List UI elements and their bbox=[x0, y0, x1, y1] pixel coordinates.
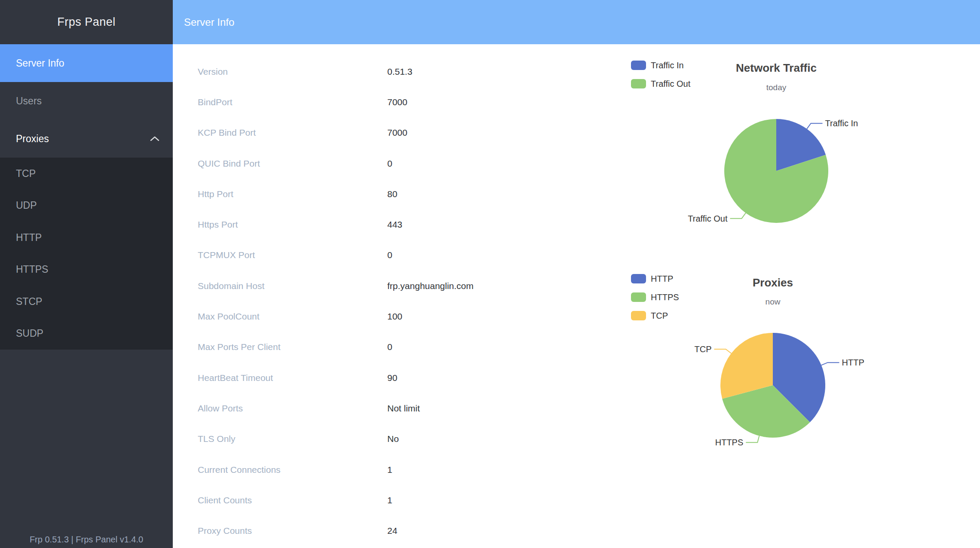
info-value: No bbox=[387, 434, 399, 444]
legend-swatch-https bbox=[631, 292, 646, 302]
info-value: 1 bbox=[387, 465, 392, 475]
submenu-item-label: UDP bbox=[16, 200, 37, 211]
pie-label-traffic-in: Traffic In bbox=[825, 119, 858, 128]
pie-label-line-https bbox=[746, 436, 759, 443]
submenu-item-label: SUDP bbox=[16, 328, 43, 339]
legend-swatch-traffic-out bbox=[631, 79, 646, 88]
submenu-item-https[interactable]: HTTPS bbox=[0, 254, 173, 286]
info-value: 0 bbox=[387, 342, 392, 352]
submenu-item-udp[interactable]: UDP bbox=[0, 190, 173, 222]
info-row-tls-only: TLS OnlyNo bbox=[198, 424, 619, 454]
legend-swatch-tcp bbox=[631, 311, 646, 320]
legend-swatch-http bbox=[631, 274, 646, 283]
legend-label: Traffic In bbox=[651, 61, 684, 70]
pie-label-line-http bbox=[821, 362, 839, 365]
legend-network-traffic: Traffic InTraffic Out bbox=[631, 61, 690, 97]
info-value: 100 bbox=[387, 311, 402, 322]
info-label: Allow Ports bbox=[198, 403, 387, 414]
info-label: Max PoolCount bbox=[198, 311, 387, 322]
info-label: TLS Only bbox=[198, 434, 387, 444]
info-label: QUIC Bind Port bbox=[198, 158, 387, 169]
info-value: 24 bbox=[387, 526, 397, 536]
sidebar: Frps Panel Server InfoUsersProxiesTCPUDP… bbox=[0, 0, 173, 548]
pie-label-http: HTTP bbox=[842, 358, 864, 367]
info-row-quic-bind-port: QUIC Bind Port0 bbox=[198, 148, 619, 179]
pie-label-line-traffic-in bbox=[807, 123, 822, 129]
chart-title-network-traffic: Network Traffic bbox=[665, 61, 888, 75]
info-value: 443 bbox=[387, 219, 402, 230]
submenu-item-stcp[interactable]: STCP bbox=[0, 286, 173, 318]
info-label: KCP Bind Port bbox=[198, 128, 387, 138]
sidebar-item-label: Server Info bbox=[16, 58, 64, 69]
submenu-item-label: TCP bbox=[16, 168, 36, 180]
info-row-heartbeat-timeout: HeartBeat Timeout90 bbox=[198, 362, 619, 393]
pie-chart-network-traffic: Traffic InTraffic Out bbox=[662, 103, 920, 241]
sidebar-item-proxies[interactable]: Proxies bbox=[0, 120, 173, 158]
page-title: Server Info bbox=[184, 16, 234, 28]
legend-swatch-traffic-in bbox=[631, 61, 646, 70]
submenu-item-http[interactable]: HTTP bbox=[0, 222, 173, 254]
info-row-kcp-bind-port: KCP Bind Port7000 bbox=[198, 118, 619, 148]
pie-label-https: HTTPS bbox=[715, 438, 744, 447]
legend-label: HTTP bbox=[651, 274, 673, 284]
pie-label-line-traffic-out bbox=[730, 213, 746, 219]
info-value: Not limit bbox=[387, 403, 420, 414]
info-value: frp.yanghuanglin.com bbox=[387, 281, 474, 291]
sidebar-submenu-proxies: TCPUDPHTTPHTTPSSTCPSUDP bbox=[0, 158, 173, 350]
submenu-item-label: HTTP bbox=[16, 232, 42, 244]
legend-label: Traffic Out bbox=[651, 79, 690, 89]
info-label: Https Port bbox=[198, 219, 387, 230]
sidebar-item-users[interactable]: Users bbox=[0, 82, 173, 120]
legend-item-traffic-out[interactable]: Traffic Out bbox=[631, 79, 690, 88]
chart-title-proxies: Proxies bbox=[661, 276, 885, 289]
sidebar-item-label: Proxies bbox=[16, 133, 49, 145]
info-value: 1 bbox=[387, 495, 392, 505]
info-value: 90 bbox=[387, 373, 397, 383]
info-row-client-counts: Client Counts1 bbox=[198, 485, 619, 515]
info-row-http-port: Http Port80 bbox=[198, 179, 619, 209]
submenu-item-tcp[interactable]: TCP bbox=[0, 158, 173, 190]
info-row-current-connections: Current Connections1 bbox=[198, 454, 619, 485]
info-label: Max Ports Per Client bbox=[198, 342, 387, 352]
info-label: Version bbox=[198, 67, 387, 77]
info-label: Subdomain Host bbox=[198, 281, 387, 291]
legend-item-traffic-in[interactable]: Traffic In bbox=[631, 61, 690, 70]
info-row-bindport: BindPort7000 bbox=[198, 87, 619, 117]
info-value: 0.51.3 bbox=[387, 67, 412, 77]
app-title: Frps Panel bbox=[0, 0, 173, 44]
info-row-tcpmux-port: TCPMUX Port0 bbox=[198, 240, 619, 271]
pie-label-tcp: TCP bbox=[695, 344, 712, 354]
chart-subtitle-network-traffic: today bbox=[665, 83, 888, 92]
info-row-subdomain-host: Subdomain Hostfrp.yanghuanglin.com bbox=[198, 271, 619, 301]
info-value: 7000 bbox=[387, 128, 407, 138]
chevron-up-icon bbox=[150, 136, 160, 142]
info-row-max-ports-per-client: Max Ports Per Client0 bbox=[198, 332, 619, 362]
chart-subtitle-proxies: now bbox=[661, 297, 885, 307]
info-label: Http Port bbox=[198, 189, 387, 199]
info-label: TCPMUX Port bbox=[198, 250, 387, 260]
pie-label-line-tcp bbox=[714, 349, 732, 353]
legend-item-https[interactable]: HTTPS bbox=[631, 292, 679, 302]
info-label: Proxy Counts bbox=[198, 526, 387, 536]
submenu-item-sudp[interactable]: SUDP bbox=[0, 318, 173, 350]
pie-label-traffic-out: Traffic Out bbox=[688, 214, 728, 223]
submenu-item-label: HTTPS bbox=[16, 264, 48, 275]
legend-item-http[interactable]: HTTP bbox=[631, 274, 679, 283]
legend-label: HTTPS bbox=[651, 292, 679, 302]
sidebar-menu: Server InfoUsersProxiesTCPUDPHTTPHTTPSST… bbox=[0, 44, 173, 350]
info-row-https-port: Https Port443 bbox=[198, 209, 619, 240]
sidebar-item-server-info[interactable]: Server Info bbox=[0, 44, 173, 82]
version-footer: Frp 0.51.3 | Frps Panel v1.4.0 bbox=[0, 535, 173, 545]
info-label: BindPort bbox=[198, 97, 387, 107]
info-value: 0 bbox=[387, 250, 392, 260]
info-label: Current Connections bbox=[198, 465, 387, 475]
submenu-item-label: STCP bbox=[16, 296, 42, 307]
info-label: HeartBeat Timeout bbox=[198, 373, 387, 383]
info-value: 80 bbox=[387, 189, 397, 199]
info-row-max-poolcount: Max PoolCount100 bbox=[198, 301, 619, 332]
info-value: 0 bbox=[387, 158, 392, 169]
pie-chart-proxies: HTTPHTTPSTCP bbox=[662, 318, 920, 472]
info-label: Client Counts bbox=[198, 495, 387, 505]
topbar: Server Info bbox=[173, 0, 980, 44]
info-row-version: Version0.51.3 bbox=[198, 56, 619, 87]
